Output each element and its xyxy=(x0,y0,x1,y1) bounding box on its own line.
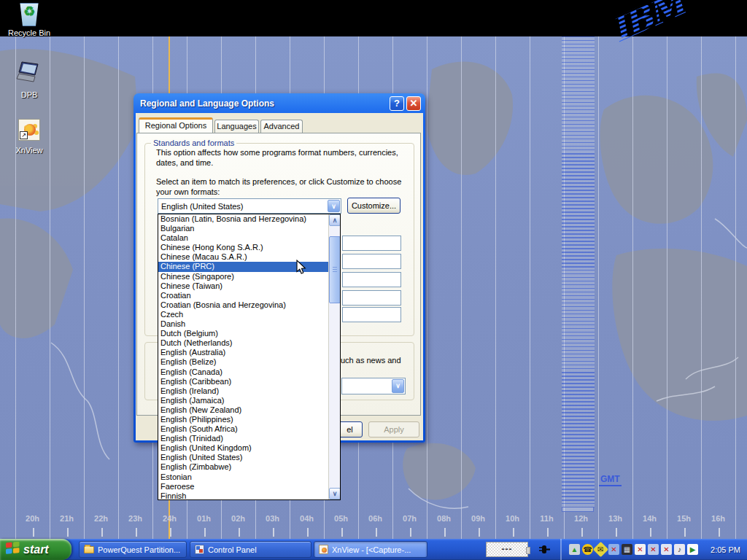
list-item[interactable]: Croatian (Bosnia and Herzegovina) xyxy=(158,300,328,310)
standards-and-formats-label: Standards and formats xyxy=(151,139,236,147)
list-item[interactable]: Bosnian (Latin, Bosnia and Herzegovina) xyxy=(158,214,328,224)
list-item[interactable]: English (Canada) xyxy=(158,368,328,377)
xnview-icon-small xyxy=(319,545,328,554)
tray-glyph: ✕ xyxy=(611,544,616,555)
start-label: start xyxy=(23,543,49,556)
list-item[interactable]: English (Jamaica) xyxy=(158,396,328,405)
list-item[interactable]: Danish xyxy=(158,319,328,329)
help-button[interactable]: ? xyxy=(390,96,404,111)
list-item[interactable]: Finnish xyxy=(158,491,328,500)
dialog-titlebar[interactable]: Regional and Language Options ? ✕ xyxy=(133,93,425,113)
location-description-fragment: uch as news and xyxy=(341,356,401,366)
location-combobox[interactable]: ∨ xyxy=(341,378,406,394)
hour-label: 24h xyxy=(152,514,187,523)
volume-icon[interactable]: ♪ xyxy=(674,544,685,555)
hour-label: 15h xyxy=(667,514,701,523)
desktop-icon-label: DPB xyxy=(1,90,57,99)
language-dropdown-list[interactable]: Bosnian (Latin, Bosnia and Herzegovina) … xyxy=(158,214,341,500)
display-blocked-icon[interactable]: ✕ xyxy=(635,544,646,555)
hour-label: 16h xyxy=(701,514,735,523)
list-item[interactable]: Dutch (Netherlands) xyxy=(158,338,328,348)
list-item[interactable]: Catalan xyxy=(158,233,328,243)
list-item[interactable]: English (Ireland) xyxy=(158,386,328,396)
format-combobox[interactable]: English (United States) ∨ xyxy=(158,198,341,214)
hour-label: 11h xyxy=(530,514,564,523)
tray-glyph: ✕ xyxy=(650,544,656,555)
task-button-label: XnView - [<Capture-... xyxy=(332,545,411,554)
list-item[interactable]: English (Philippines) xyxy=(158,415,328,424)
control-panel-icon xyxy=(195,545,204,554)
desktop-icon-recycle-bin[interactable]: ♻ Recycle Bin xyxy=(1,3,57,37)
list-item[interactable]: Croatian xyxy=(158,291,328,300)
list-item[interactable]: English (Australia) xyxy=(158,348,328,357)
dialog-body: Regional Options Languages Advanced Stan… xyxy=(136,113,423,440)
list-item[interactable]: Bulgarian xyxy=(158,224,328,233)
gmt-band-endbox xyxy=(562,507,594,512)
hour-label: 21h xyxy=(50,514,84,523)
network-disconnected-icon[interactable]: ✕ xyxy=(648,544,659,555)
mouse-cursor xyxy=(296,260,306,278)
list-item[interactable]: Faeroese xyxy=(158,482,328,491)
list-item[interactable]: English (New Zealand) xyxy=(158,405,328,415)
sample-long-date-field xyxy=(342,307,401,322)
list-item[interactable]: Czech xyxy=(158,310,328,319)
tray-glyph: ▦ xyxy=(624,544,630,555)
cancel-button-partial[interactable]: el xyxy=(337,421,363,438)
list-item[interactable]: Chinese (Hong Kong S.A.R.) xyxy=(158,243,328,252)
mail-scanner-icon[interactable]: ✉ xyxy=(593,542,608,557)
list-item[interactable]: English (Trinidad) xyxy=(158,434,328,443)
hour-label: 22h xyxy=(84,514,118,523)
list-scrollbar[interactable]: ∧ ∨ xyxy=(328,214,340,499)
list-item[interactable]: English (United States) xyxy=(158,453,328,462)
hour-label: 23h xyxy=(118,514,152,523)
list-item[interactable]: English (Caribbean) xyxy=(158,377,328,386)
hour-label: 07h xyxy=(392,514,427,523)
battery-meter[interactable]: --- xyxy=(486,542,528,557)
tab-languages[interactable]: Languages xyxy=(214,120,259,133)
hour-label: 09h xyxy=(461,514,495,523)
tray-glyph: ✉ xyxy=(597,544,603,555)
system-tray: ▲ ☎ ✉ ✕ ▦ ✕ ✕ ✕ ♪ ▶ 2:05 PM xyxy=(560,539,747,560)
desktop-icon-label: XnView xyxy=(1,146,57,155)
scrollbar-thumb[interactable] xyxy=(329,236,341,303)
task-button-control-panel[interactable]: Control Panel xyxy=(190,541,311,558)
tray-glyph: ▶ xyxy=(690,544,696,555)
sample-number-field xyxy=(342,236,401,251)
chevron-down-icon[interactable]: ∨ xyxy=(392,379,404,393)
network-icon[interactable]: ▦ xyxy=(622,544,632,555)
chevron-down-icon[interactable]: ∨ xyxy=(328,200,340,212)
desktop-icon-dpb[interactable]: DPB xyxy=(1,61,57,99)
hour-label: 13h xyxy=(598,514,632,523)
tab-advanced[interactable]: Advanced xyxy=(260,120,303,133)
scroll-down-icon[interactable]: ∨ xyxy=(329,488,341,499)
hour-label: 20h xyxy=(15,514,50,523)
close-button[interactable]: ✕ xyxy=(406,96,421,111)
messenger-offline-icon[interactable]: ✕ xyxy=(608,544,619,555)
wallpaper-top-strip: IBM xyxy=(0,0,747,36)
tray-glyph: ▲ xyxy=(571,544,578,555)
list-item[interactable]: English (Zimbabwe) xyxy=(158,462,328,472)
task-button-xnview[interactable]: XnView - [<Capture-... xyxy=(314,541,427,558)
list-item[interactable]: Estonian xyxy=(158,472,328,482)
apply-button: Apply xyxy=(368,421,419,438)
dialer-icon[interactable]: ☎ xyxy=(582,544,593,555)
list-item[interactable]: Chinese (Taiwan) xyxy=(158,281,328,291)
tab-regional-options[interactable]: Regional Options xyxy=(139,117,213,133)
start-button[interactable]: start xyxy=(0,539,71,560)
desktop-icon-xnview[interactable]: ↗ XnView xyxy=(1,119,57,155)
customize-button[interactable]: Customize... xyxy=(347,198,400,214)
hour-label: 02h xyxy=(221,514,255,523)
clock[interactable]: 2:05 PM xyxy=(711,545,740,554)
recycle-bin-icon: ♻ xyxy=(18,3,40,26)
safely-remove-icon[interactable]: ▲ xyxy=(569,544,580,555)
wireless-disconnected-icon[interactable]: ✕ xyxy=(661,544,672,555)
task-button-powerquest[interactable]: PowerQuest Partition... xyxy=(79,541,187,558)
list-item[interactable]: Dutch (Belgium) xyxy=(158,329,328,338)
windows-flag-icon xyxy=(6,542,20,557)
scroll-up-icon[interactable]: ∧ xyxy=(329,214,341,226)
folder-icon xyxy=(84,546,94,553)
list-item[interactable]: English (United Kingdom) xyxy=(158,443,328,453)
graphics-settings-icon[interactable]: ▶ xyxy=(687,544,698,555)
list-item[interactable]: English (Belize) xyxy=(158,357,328,367)
list-item[interactable]: English (South Africa) xyxy=(158,424,328,434)
